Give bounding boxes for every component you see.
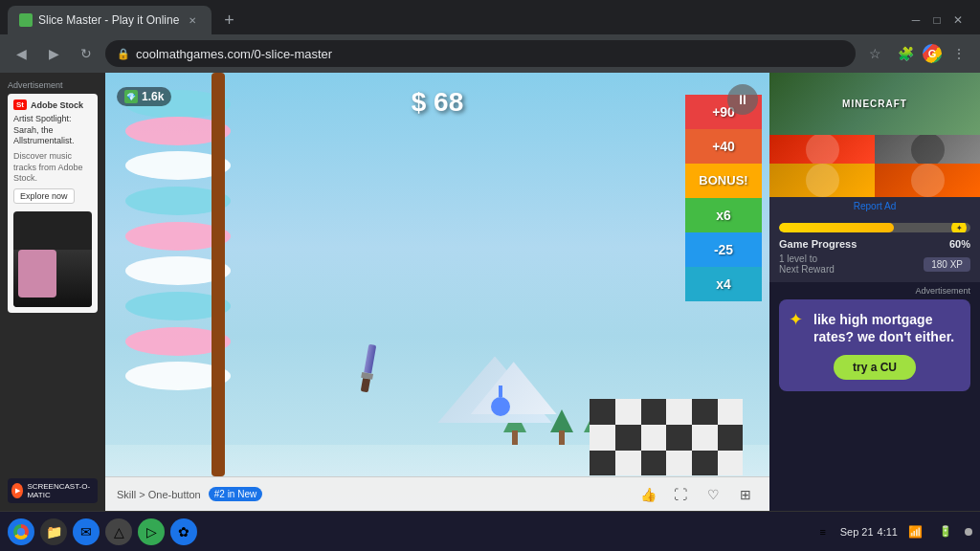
mortgage-ad: ✦ like high mortgage rates? we don't eit… [779,299,970,391]
minecraft-label: MINECRAFT [842,99,907,109]
checker-cell [666,425,692,451]
screencast-text: SCREENCAST-O-MATIC [27,482,94,499]
maximize-button[interactable]: □ [930,13,944,27]
adobe-logo: St [13,99,27,110]
taskbar-gmail-icon[interactable]: ✉ [73,518,100,545]
game-frame: +90 +40 BONUS! x6 -25 x4 💎 1.6k $ [105,73,769,511]
new-tab-button[interactable]: + [215,7,242,33]
progress-percentage: 60% [949,238,970,250]
tower-block-neg: -25 [685,232,762,267]
window-controls: ─ □ ✕ [909,13,972,27]
checker-cell [718,399,744,425]
screencast-logo: ▶ [11,483,23,498]
ranking-badge: #2 in New [209,487,262,501]
address-bar-row: ◀ ▶ ↻ 🔒 coolmathgames.com/0-slice-master… [0,34,980,73]
minimize-button[interactable]: ─ [909,13,923,27]
main-content: Advertisement St Adobe Stock Artist Spot… [0,73,980,511]
back-button[interactable]: ◀ [8,40,34,67]
checker-cell [641,451,667,476]
tower-block-x4: x4 [685,267,762,301]
lock-icon: 🔒 [117,48,130,60]
checker-cell [590,425,615,451]
game-area[interactable]: +90 +40 BONUS! x6 -25 x4 💎 1.6k $ [105,73,769,511]
taskbar-chrome-icon[interactable] [8,518,34,545]
tower-block-bonus: BONUS! [685,164,762,198]
next-reward-label: Next Reward [779,264,835,275]
coin-icon: 💎 [124,90,138,103]
forward-button[interactable]: ▶ [40,40,67,67]
checker-cell [692,451,718,476]
taskbar-files-icon[interactable]: 📁 [40,518,67,545]
coins-value: 1.6k [142,90,164,103]
thumbs-up-icon[interactable]: 👍 [635,482,660,507]
game-thumb-1[interactable] [769,135,875,164]
menu-icon[interactable]: ⋮ [946,40,972,67]
left-ad-panel: Advertisement St Adobe Stock Artist Spot… [0,73,105,511]
checker-cell [718,451,744,476]
next-reward-info: 1 level to Next Reward [779,253,835,275]
game-toolbar: Skill > One-button #2 in New 👍 ⛶ ♡ ⊞ [105,476,769,511]
tower-block-2: +40 [685,129,762,164]
game-thumb-3[interactable] [769,164,875,197]
coins-display: 💎 1.6k [117,87,171,106]
taskbar-photos-icon[interactable]: ✿ [170,518,197,545]
game-thumb-4[interactable] [875,164,980,197]
toolbar-icons: ☆ 🧩 G ⋮ [861,40,972,67]
score-tower: +90 +40 BONUS! x6 -25 x4 [685,95,762,301]
adobe-subtext: Discover music tracks from Adobe Stock. [13,151,92,185]
game-thumbnails: MINECRAFT [769,73,980,197]
score-display: $ 68 [412,87,464,118]
checker-cell [718,425,744,451]
fullscreen-icon[interactable]: ⛶ [668,482,693,507]
progress-indicator: ✦ [951,223,967,232]
taskbar-power-dot [965,528,972,536]
tab-favicon [19,13,33,27]
pause-button[interactable]: ⏸ [727,84,758,115]
tab-close-button[interactable]: ✕ [185,12,200,28]
google-account-icon[interactable]: G [923,44,942,63]
next-reward-level: 1 level to [779,253,835,264]
address-bar[interactable]: 🔒 coolmathgames.com/0-slice-master [105,40,856,67]
active-tab[interactable]: Slice Master - Play it Online ✕ [8,6,212,34]
progress-bar-fill [779,223,894,232]
minecraft-thumbnail[interactable]: MINECRAFT [769,73,980,135]
share-icon[interactable]: ⊞ [733,482,758,507]
taskbar-notifications-icon[interactable]: ≡ [810,518,836,545]
checker-cell [692,399,718,425]
explore-now-button[interactable]: Explore now [13,188,75,204]
screencast-bar: ▶ SCREENCAST-O-MATIC [8,478,98,503]
taskbar-wifi-icon[interactable]: 📶 [902,518,928,545]
tab-title: Slice Master - Play it Online [38,13,179,27]
taskbar-battery-icon[interactable]: 🔋 [932,518,959,545]
extensions-icon[interactable]: 🧩 [892,40,919,67]
character-stick [499,386,502,397]
heart-icon[interactable]: ♡ [701,482,725,507]
browser-chrome: Slice Master - Play it Online ✕ + ─ □ ✕ … [0,0,980,73]
advertisement-label: Advertisement [779,286,970,296]
taskbar: 📁 ✉ △ ▷ ✿ ≡ Sep 21 4:11 📶 🔋 [0,511,980,551]
ad-label: Advertisement [8,80,98,90]
reload-button[interactable]: ↻ [73,40,100,67]
checker-cell [590,451,615,476]
adobe-brand-name: Adobe Stock [31,100,83,110]
report-ad-link[interactable]: Report Ad [769,197,980,215]
url-text: coolmathgames.com/0-slice-master [136,47,332,61]
taskbar-drive-icon[interactable]: △ [105,518,132,545]
taskbar-date: Sep 21 [840,526,874,538]
adobe-ad-header: St Adobe Stock [13,99,92,110]
taskbar-meet-icon[interactable]: ▷ [138,518,165,545]
checker-cell [641,399,667,425]
adobe-headline: Artist Spotlight: Sarah, the Allstrument… [13,114,92,147]
bookmark-star-icon[interactable]: ☆ [861,40,888,67]
close-button[interactable]: ✕ [951,13,965,27]
try-cu-button[interactable]: try a CU [834,355,916,380]
xp-badge: 180 XP [924,257,970,272]
right-panel: MINECRAFT Report Ad ✦ Game [769,73,980,511]
taskbar-time: 4:11 [878,526,898,538]
progress-section: ✦ Game Progress 60% 1 level to Next Rewa… [769,215,980,282]
checker-cell [666,399,692,425]
game-thumb-2[interactable] [875,135,980,164]
checker-cell [615,399,641,425]
checkerboard-platform [590,399,743,475]
tree-2 [550,409,573,445]
